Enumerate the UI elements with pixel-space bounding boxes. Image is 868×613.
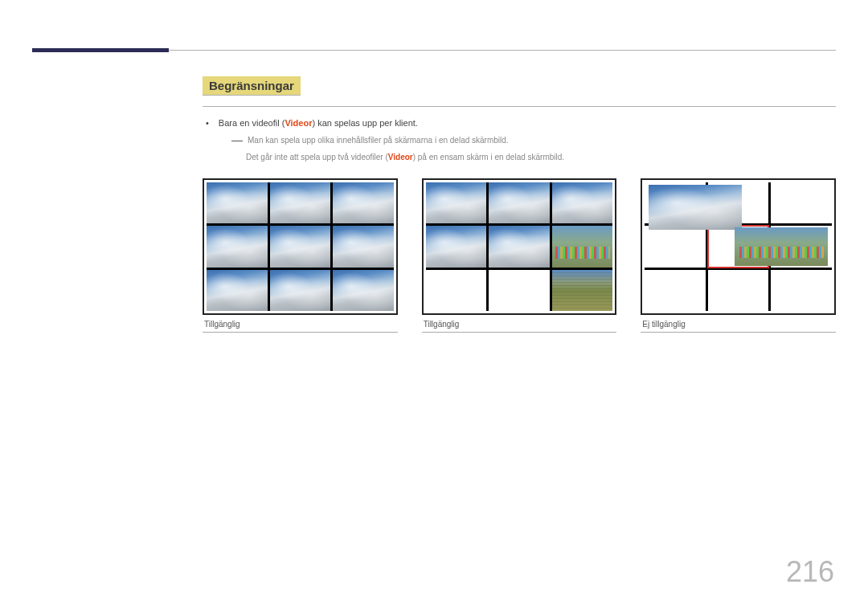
grid-frame [641,178,836,315]
video-grid [426,182,613,311]
title-underline [203,106,836,107]
section-title: Begränsningar [203,76,301,96]
grid-cell [771,270,832,311]
grid-cell [771,182,832,223]
panel-not-available: Ej tillgänglig [641,178,836,333]
note-block: ―Man kan spela upp olika innehållsfiler … [231,131,836,164]
panel-caption: Ej tillgänglig [641,315,836,333]
grid-cell [333,270,394,311]
grid-cell [207,270,268,311]
bullet-dot-icon: • [206,118,209,128]
grid-cell [270,270,331,311]
bullet-pre: Bara en videofil ( [219,118,285,128]
panel-available-2: Tillgänglig [422,178,617,333]
note-line-1: Man kan spela upp olika innehållsfiler p… [248,136,509,145]
grid-cell [552,182,613,223]
video-grid [207,182,394,311]
panel-caption: Tillgänglig [203,315,398,333]
note-line-2: Det går inte att spela upp två videofile… [246,150,564,164]
panel-caption: Tillgänglig [422,315,617,333]
grid-cell [645,226,706,267]
bullet-text: Bara en videofil (Videor) kan spelas upp… [219,118,418,128]
panel-available-1: Tillgänglig [203,178,398,333]
grid-cell [270,226,331,267]
grid-cell [426,182,487,223]
grid-cell [207,182,268,223]
overlap-video-b [735,227,828,266]
note2-post: ) på en ensam skärm i en delad skärmbild… [413,153,564,161]
grid-cell [489,182,550,223]
grid-cell [426,226,487,267]
video-grid [645,182,832,311]
grid-cell [489,226,550,267]
note2-highlight: Videor [388,153,413,161]
grid-cell [552,226,613,267]
grid-frame [422,178,617,315]
grid-cell [426,270,487,311]
bullet-item: • Bara en videofil (Videor) kan spelas u… [203,118,836,128]
grid-cell [708,270,769,311]
dash-icon: ― [231,133,243,146]
example-panels: Tillgänglig Tillgänglig [203,178,836,333]
page-number: 216 [786,555,834,589]
grid-frame [203,178,398,315]
main-content: Begränsningar • Bara en videofil (Videor… [203,76,836,333]
grid-cell [270,182,331,223]
note2-pre: Det går inte att spela upp två videofile… [246,153,388,161]
grid-cell [207,226,268,267]
grid-cell [489,270,550,311]
grid-cell [333,182,394,223]
bullet-post: ) kan spelas upp per klient. [312,118,417,128]
bullet-highlight: Videor [285,118,312,128]
header-rule [32,50,836,52]
grid-cell [645,270,706,311]
overlap-video-a [649,185,742,230]
grid-cell [333,226,394,267]
grid-cell [552,270,613,311]
